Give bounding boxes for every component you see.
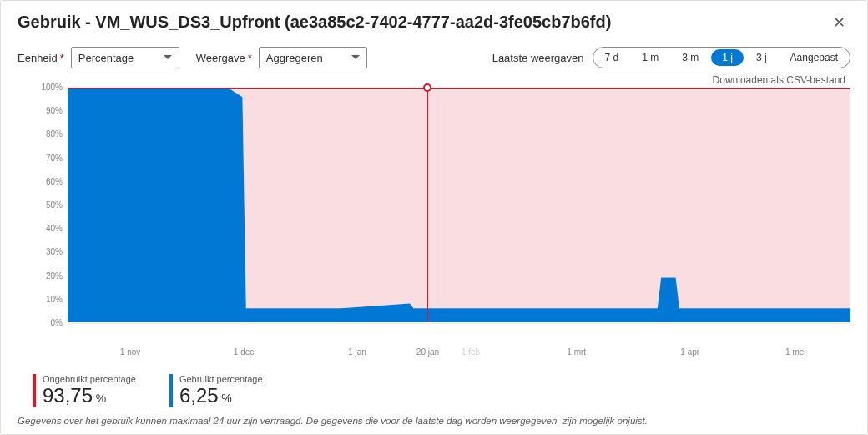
time-range-pill[interactable]: 3 m xyxy=(670,48,710,68)
y-tick-label: 30% xyxy=(18,248,63,271)
stat-used: Gebruikt percentage 6,25 % xyxy=(169,374,263,407)
y-axis: 100%90%80%70%60%50%40%30%20%10%0% xyxy=(18,88,68,342)
stat-used-value: 6,25 xyxy=(179,384,219,407)
y-tick-label: 70% xyxy=(18,154,63,178)
chevron-down-icon xyxy=(351,55,360,60)
panel-title: Gebruik - VM_WUS_DS3_Upfront (ae3a85c2-7… xyxy=(18,13,611,32)
x-tick-label: 1 dec xyxy=(234,347,254,357)
x-tick-label: 1 feb xyxy=(462,347,480,357)
time-range-pill[interactable]: 3 j xyxy=(744,48,779,68)
stat-unused-label: Ongebruikt percentage xyxy=(43,374,136,384)
x-tick-label: 20 jan xyxy=(416,347,439,357)
stat-used-label: Gebruikt percentage xyxy=(179,374,263,384)
marker-line xyxy=(427,88,428,322)
chart-plot[interactable] xyxy=(68,88,850,323)
x-tick-label: 1 mei xyxy=(785,347,805,357)
close-icon[interactable]: ✕ xyxy=(828,13,850,32)
x-tick-label: 1 jan xyxy=(348,347,366,357)
y-tick-label: 20% xyxy=(18,272,63,296)
stat-used-unit: % xyxy=(221,392,231,405)
y-tick-label: 40% xyxy=(18,225,63,248)
eenheid-dropdown[interactable]: Percentage xyxy=(71,47,179,68)
stat-unused: Ongebruikt percentage 93,75 % xyxy=(33,374,136,407)
y-tick-label: 50% xyxy=(18,201,63,225)
footnote: Gegevens over het gebruik kunnen maximaa… xyxy=(18,416,850,426)
stat-unused-unit: % xyxy=(96,392,106,405)
chart-svg xyxy=(68,88,850,322)
x-axis: 1 nov1 dec1 jan20 jan1 feb1 mrt1 apr1 me… xyxy=(68,347,850,359)
y-tick-label: 100% xyxy=(18,83,63,107)
time-range-pills: 7 d1 m3 m1 j3 jAangepast xyxy=(593,47,850,68)
eenheid-label: Eenheid* xyxy=(18,52,64,64)
time-range-pill[interactable]: 1 m xyxy=(630,48,670,68)
weergave-value: Aggregeren xyxy=(266,52,323,64)
x-tick-label: 1 nov xyxy=(120,347,140,357)
y-tick-label: 80% xyxy=(18,130,63,154)
y-tick-label: 10% xyxy=(18,296,63,319)
stat-unused-value: 93,75 xyxy=(43,384,93,407)
time-range-pill[interactable]: 7 d xyxy=(593,48,631,68)
download-csv-link[interactable]: Downloaden als CSV-bestand xyxy=(713,74,845,86)
laatste-weergaven-label: Laatste weergaven xyxy=(492,52,584,64)
time-range-pill[interactable]: Aangepast xyxy=(779,48,850,68)
time-range-pill[interactable]: 1 j xyxy=(711,49,744,66)
y-tick-label: 60% xyxy=(18,178,63,201)
y-tick-label: 90% xyxy=(18,107,63,130)
chevron-down-icon xyxy=(164,55,172,60)
x-tick-label: 1 mrt xyxy=(567,347,586,357)
x-tick-label: 1 apr xyxy=(680,347,699,357)
marker-dot xyxy=(423,83,431,92)
weergave-dropdown[interactable]: Aggregeren xyxy=(259,47,367,68)
eenheid-value: Percentage xyxy=(78,52,134,64)
y-tick-label: 0% xyxy=(18,319,63,342)
weergave-label: Weergave* xyxy=(196,52,252,64)
grid-line xyxy=(68,323,850,324)
